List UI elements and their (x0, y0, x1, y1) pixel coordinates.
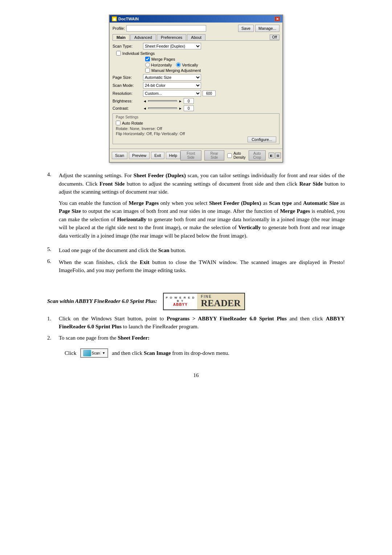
item4-bold-vertically: Vertically (238, 224, 261, 230)
brightness-row: Brightness: ◄ ► (113, 98, 279, 104)
merge-section: Merge Pages Horizontally Vertically Manu… (145, 57, 279, 73)
manual-merging-label: Manual Merging Adjustment (151, 68, 201, 73)
brightness-track[interactable] (148, 100, 177, 102)
doctwain-window: ▣ DocTWAIN ✕ Profile: Save Manage... Mai… (109, 15, 283, 163)
item5-bold-scan: Scan (158, 247, 170, 253)
contrast-left-arrow[interactable]: ◄ (143, 106, 147, 110)
item4-num: 4. (47, 171, 56, 243)
help-button[interactable]: Help (166, 152, 181, 159)
scan-window-button[interactable]: Scan (112, 152, 127, 159)
tabs-row: Main Advanced Preferences About Off (113, 34, 279, 41)
profile-input[interactable] (126, 25, 206, 32)
item6-text: When the scan finishes, click the Exit b… (59, 258, 345, 275)
powered-by-text: P O W E R E D (166, 296, 195, 299)
tab-advanced[interactable]: Advanced (130, 34, 156, 40)
auto-crop-button[interactable]: Auto Crop (249, 150, 266, 161)
merge-radio-row: Horizontally Vertically (145, 62, 279, 67)
front-side-button[interactable]: Front Side (180, 150, 201, 161)
rotate-text: Rotate: None, Inverse: Off (116, 126, 276, 131)
small-icon-1[interactable]: ◧ (269, 153, 274, 158)
horizontally-radio[interactable] (145, 62, 150, 67)
preview-button[interactable]: Preview (129, 152, 150, 159)
brightness-right-arrow[interactable]: ► (179, 99, 182, 103)
section-heading-text: Scan within ABBYY FineReader 6.0 Sprint … (47, 298, 157, 304)
item4-bold-sheet-feeder: Sheet Feeder (Duplex) (134, 173, 186, 178)
resolution-label: Resolution: (113, 91, 142, 96)
content-section: 4. Adjust the scanning settings. For She… (47, 171, 345, 278)
auto-density-checkbox[interactable] (227, 153, 232, 158)
scan-mode-label: Scan Mode: (113, 83, 142, 88)
manage-button[interactable]: Manage... (255, 25, 279, 32)
configure-button[interactable]: Configure... (248, 137, 276, 142)
tab-preferences[interactable]: Preferences (157, 34, 186, 40)
contrast-track[interactable] (148, 108, 177, 109)
scan-image-bold: Scan Image (144, 350, 171, 356)
sub-item-1: 1. Click on the Windows Start button, po… (47, 315, 345, 331)
item6-bold-exit: Exit (140, 259, 150, 265)
manual-merging-checkbox[interactable] (145, 68, 150, 73)
tab-off: Off (270, 35, 279, 40)
resolution-row: Resolution: Custom... (113, 90, 279, 97)
scan-dropdown-arrow[interactable]: ▼ (101, 351, 105, 355)
scan-type-select[interactable]: Sheet Feeder (Duplex) (143, 43, 201, 49)
item4-bold-scan-type: Scan type (269, 200, 292, 206)
scan-type-row: Scan Type: Sheet Feeder (Duplex) (113, 43, 279, 49)
flip-text: Flip Horizontally: Off, Flip Vertically:… (116, 131, 276, 136)
small-icons: ◧ ▨ (269, 153, 281, 158)
item4-bold-page-size: Page Size (59, 208, 81, 214)
small-icon-2[interactable]: ▨ (275, 153, 281, 158)
contrast-row: Contrast: ◄ ► (113, 105, 279, 111)
finereader-text-box: FINE READER (197, 293, 244, 309)
tab-about[interactable]: About (187, 34, 205, 40)
resolution-select[interactable]: Custom... (143, 90, 201, 97)
scan-type-label: Scan Type: (113, 44, 142, 48)
sub1-text: Click on the Windows Start button, point… (59, 315, 345, 331)
window-titlebar: ▣ DocTWAIN ✕ (110, 15, 282, 23)
item4-bold-rear-side: Rear Side (299, 181, 323, 187)
item4-text: Adjust the scanning settings. For Sheet … (59, 171, 345, 243)
item4-bold-horizontally: Horizontally (117, 216, 146, 222)
profile-row: Profile: Save Manage... (113, 25, 279, 32)
item4-bold-sheet-feeder2: Sheet Feeder (Duplex) (209, 200, 261, 206)
rear-side-button[interactable]: Rear Side (204, 150, 225, 161)
page-size-label: Page Size: (113, 75, 142, 80)
page-settings-title: Page Settings (116, 115, 276, 119)
item5-num: 5. (47, 246, 56, 255)
contrast-right-arrow[interactable]: ► (179, 106, 182, 110)
page-number: 16 (47, 372, 345, 378)
brightness-value-input[interactable] (184, 98, 194, 104)
sub1-bold-programs: Programs > ABBYY FineReader 6.0 Sprint P… (167, 316, 287, 321)
item4-bold-merge-pages2: Merge Pages (280, 208, 310, 214)
resolution-value-input[interactable] (203, 90, 216, 96)
brightness-left-arrow[interactable]: ◄ (143, 99, 147, 103)
tab-main[interactable]: Main (113, 34, 130, 40)
and-then-text: and then click Scan Image from its drop-… (112, 350, 229, 356)
scan-mode-select[interactable]: 24-bit Color (143, 82, 201, 89)
auto-rotate-label: Auto Rotate (122, 121, 143, 125)
horizontally-label[interactable]: Horizontally (145, 62, 172, 67)
by-text: B Y (177, 299, 184, 303)
save-button[interactable]: Save (238, 25, 254, 32)
list-item-5: 5. Load one page of the document and cli… (47, 246, 345, 255)
exit-button[interactable]: Exit (151, 152, 164, 159)
window-title-icon: ▣ (112, 16, 117, 21)
window-footer: Scan Preview Exit Help Front Side Rear S… (110, 149, 282, 162)
auto-rotate-checkbox[interactable] (116, 121, 121, 125)
brightness-label: Brightness: (113, 99, 142, 103)
reader-text: READER (201, 299, 241, 308)
merge-pages-checkbox[interactable] (145, 57, 150, 61)
finereader-sub-list: 1. Click on the Windows Start button, po… (47, 315, 345, 345)
page-size-select[interactable]: Automatic Size (143, 74, 201, 81)
item4-bold-merge-pages: Merge Pages (128, 200, 159, 206)
item4-bold-front-side: Front Side (99, 181, 124, 187)
scan-button-image: Scan ▼ (80, 348, 109, 358)
window-close-button[interactable]: ✕ (274, 16, 280, 21)
vertically-radio[interactable] (176, 62, 181, 67)
auto-density-row: Auto Density (227, 151, 245, 159)
contrast-label: Contrast: (113, 106, 142, 110)
item4-bold-auto-size: Automatic Size (303, 200, 339, 206)
vertically-label[interactable]: Vertically (176, 62, 198, 67)
individual-settings-checkbox[interactable] (116, 51, 121, 56)
item4-para1: Adjust the scanning settings. For Sheet … (59, 171, 345, 196)
contrast-value-input[interactable] (184, 105, 194, 111)
